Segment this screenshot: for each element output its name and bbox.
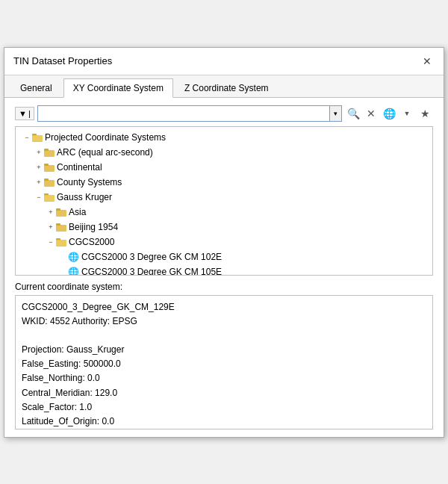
tab-bar: General XY Coordinate System Z Coordinat… bbox=[4, 75, 444, 98]
asia-label: Asia bbox=[69, 205, 86, 219]
folder-projected-icon bbox=[32, 133, 43, 142]
search-box: ▾ bbox=[37, 105, 342, 122]
folder-county-icon bbox=[44, 178, 55, 187]
window-title: TIN Dataset Properties bbox=[13, 55, 112, 66]
tree-item-cgcs2000-105e[interactable]: + 🌐 CGCS2000 3 Degree GK CM 105E bbox=[16, 264, 432, 276]
tree-item-cgcs2000-102e[interactable]: + 🌐 CGCS2000 3 Degree GK CM 102E bbox=[16, 249, 432, 264]
filter-button[interactable]: ▼ | bbox=[15, 107, 34, 120]
cgcs2000-105e-label: CGCS2000 3 Degree GK CM 105E bbox=[81, 265, 222, 276]
cgcs2000-label: CGCS2000 bbox=[69, 235, 114, 249]
globe-cgcs2000-105e-icon: 🌐 bbox=[68, 265, 79, 276]
globe-icon[interactable]: 🌐 bbox=[381, 105, 397, 122]
tab-xy-coordinate[interactable]: XY Coordinate System bbox=[63, 78, 173, 98]
svg-rect-18 bbox=[56, 240, 66, 246]
tree-item-cgcs2000[interactable]: − CGCS2000 bbox=[16, 235, 432, 249]
expand-cgcs2000-icon[interactable]: − bbox=[46, 237, 56, 247]
current-coord-label: Current coordinate system: bbox=[15, 282, 433, 292]
svg-rect-13 bbox=[56, 208, 60, 211]
folder-arc-icon bbox=[44, 148, 55, 157]
info-line-blank1 bbox=[22, 329, 426, 343]
folder-cgcs2000-icon bbox=[56, 238, 66, 246]
tree-item-asia[interactable]: + Asia bbox=[16, 205, 432, 220]
projected-label: Projected Coordinate Systems bbox=[45, 131, 166, 144]
tree-item-projected[interactable]: − Projected Coordinate Systems bbox=[16, 130, 432, 145]
gauss-label: Gauss Kruger bbox=[57, 190, 112, 204]
expand-county-icon[interactable]: + bbox=[34, 177, 44, 187]
filter-icon: ▼ bbox=[19, 109, 27, 118]
search-input[interactable] bbox=[37, 105, 330, 122]
search-dropdown-arrow[interactable]: ▾ bbox=[330, 105, 342, 122]
expand-arc-icon[interactable]: + bbox=[34, 147, 44, 158]
expand-continental-icon[interactable]: + bbox=[34, 162, 44, 173]
svg-rect-4 bbox=[44, 149, 49, 151]
clear-icon[interactable]: ✕ bbox=[363, 105, 379, 122]
expand-gauss-icon[interactable]: − bbox=[34, 192, 44, 202]
info-line-scale-factor: Scale_Factor: 1.0 bbox=[22, 400, 426, 415]
folder-beijing-icon bbox=[56, 223, 66, 232]
toolbar-icons: 🔍 ✕ 🌐 ▼ ★ bbox=[345, 105, 433, 122]
tab-content: ▼ | ▾ 🔍 ✕ 🌐 ▼ ★ − Proje bbox=[4, 98, 444, 437]
svg-rect-12 bbox=[56, 210, 66, 217]
info-line-false-northing: False_Northing: 0.0 bbox=[22, 371, 426, 385]
info-line-latitude-origin: Latitude_Of_Origin: 0.0 bbox=[22, 415, 426, 429]
svg-rect-14 bbox=[56, 225, 66, 232]
filter-dropdown-icon: | bbox=[28, 109, 31, 118]
title-bar: TIN Dataset Properties ✕ bbox=[4, 48, 444, 75]
info-line-false-easting: False_Easting: 500000.0 bbox=[22, 357, 426, 371]
expand-beijing-icon[interactable]: + bbox=[46, 222, 56, 232]
tree-item-continental[interactable]: + Continental bbox=[16, 160, 432, 175]
tree-item-county[interactable]: + County Systems bbox=[16, 175, 432, 190]
svg-rect-5 bbox=[44, 165, 55, 172]
continental-label: Continental bbox=[57, 161, 102, 174]
close-button[interactable]: ✕ bbox=[420, 54, 435, 69]
svg-rect-3 bbox=[44, 150, 55, 157]
info-line-name: CGCS2000_3_Degree_GK_CM_129E bbox=[22, 300, 426, 314]
svg-rect-7 bbox=[44, 180, 55, 187]
svg-rect-2 bbox=[32, 135, 43, 141]
coordinate-system-tree[interactable]: − Projected Coordinate Systems + ARC (eq… bbox=[15, 126, 433, 276]
favorites-icon[interactable]: ★ bbox=[417, 105, 433, 122]
tree-item-arc[interactable]: + ARC (equal arc-second) bbox=[16, 145, 432, 160]
info-line-central-meridian: Central_Meridian: 129.0 bbox=[22, 386, 426, 400]
coordinate-info-box[interactable]: CGCS2000_3_Degree_GK_CM_129E WKID: 4552 … bbox=[15, 295, 433, 429]
folder-continental-icon bbox=[44, 163, 55, 172]
folder-asia-icon bbox=[56, 208, 66, 217]
folder-gauss-icon bbox=[44, 193, 55, 202]
expand-asia-icon[interactable]: + bbox=[46, 207, 56, 217]
cgcs2000-102e-label: CGCS2000 3 Degree GK CM 102E bbox=[81, 250, 222, 264]
info-line-projection: Projection: Gauss_Kruger bbox=[22, 343, 426, 357]
svg-rect-11 bbox=[44, 195, 55, 201]
tree-item-beijing[interactable]: + Beijing 1954 bbox=[16, 220, 432, 235]
beijing-label: Beijing 1954 bbox=[69, 220, 118, 234]
svg-rect-8 bbox=[44, 179, 49, 181]
tree-item-gauss[interactable]: − Gauss Kruger bbox=[16, 190, 432, 205]
tab-z-coordinate[interactable]: Z Coordinate System bbox=[175, 78, 279, 97]
search-toolbar: ▼ | ▾ 🔍 ✕ 🌐 ▼ ★ bbox=[15, 105, 433, 122]
globe-cgcs2000-102e-icon: 🌐 bbox=[68, 250, 79, 264]
info-line-wkid: WKID: 4552 Authority: EPSG bbox=[22, 314, 426, 329]
search-icon[interactable]: 🔍 bbox=[345, 105, 361, 122]
svg-rect-15 bbox=[56, 223, 60, 226]
county-label: County Systems bbox=[57, 176, 122, 189]
globe-dropdown-icon[interactable]: ▼ bbox=[399, 105, 415, 122]
expand-projected-icon[interactable]: − bbox=[22, 132, 32, 143]
svg-rect-6 bbox=[44, 164, 49, 166]
main-window: TIN Dataset Properties ✕ General XY Coor… bbox=[4, 47, 444, 438]
arc-label: ARC (equal arc-second) bbox=[57, 146, 153, 159]
tab-general[interactable]: General bbox=[10, 78, 62, 97]
